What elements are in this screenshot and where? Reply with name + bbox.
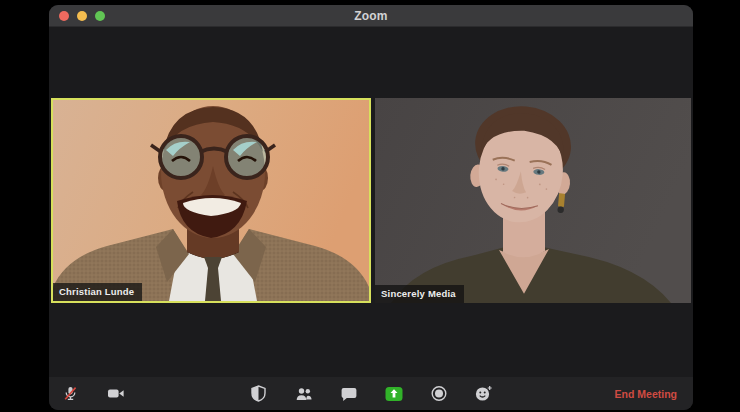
record-button[interactable] — [430, 385, 448, 403]
sincerely-media-video-feed — [375, 98, 691, 303]
participant-name-label: Sincerely Media — [375, 285, 464, 303]
meeting-toolbar: End Meeting — [49, 377, 693, 410]
christian-lunde-video-feed — [53, 100, 369, 301]
participants-button[interactable] — [295, 385, 313, 403]
security-button[interactable] — [250, 385, 268, 403]
window-title: Zoom — [49, 9, 693, 23]
reactions-smiley-icon — [475, 385, 493, 402]
record-icon — [430, 385, 447, 402]
participants-icon — [295, 386, 312, 402]
maximize-window-button[interactable] — [95, 11, 105, 21]
chat-button[interactable] — [340, 385, 358, 403]
end-meeting-button[interactable]: End Meeting — [609, 377, 683, 410]
microphone-muted-icon — [62, 385, 79, 402]
titlebar: Zoom — [49, 5, 693, 27]
toolbar-center-group — [250, 385, 493, 403]
shield-icon — [251, 385, 267, 402]
close-window-button[interactable] — [59, 11, 69, 21]
video-area: Christian Lunde — [49, 27, 693, 377]
zoom-window: Zoom — [49, 5, 693, 410]
toolbar-left-group — [61, 385, 125, 403]
video-tile-christian-lunde[interactable]: Christian Lunde — [51, 98, 371, 303]
video-camera-icon — [107, 385, 125, 402]
stop-video-button[interactable] — [107, 385, 125, 403]
participant-name-label: Christian Lunde — [53, 283, 142, 301]
video-tiles: Christian Lunde — [51, 98, 691, 303]
chat-bubble-icon — [340, 386, 357, 402]
share-screen-icon — [385, 387, 402, 401]
video-tile-sincerely-media[interactable]: Sincerely Media — [375, 98, 691, 303]
share-screen-button[interactable] — [385, 385, 403, 403]
mute-button[interactable] — [61, 385, 79, 403]
reactions-button[interactable] — [475, 385, 493, 403]
traffic-lights — [59, 11, 105, 21]
minimize-window-button[interactable] — [77, 11, 87, 21]
